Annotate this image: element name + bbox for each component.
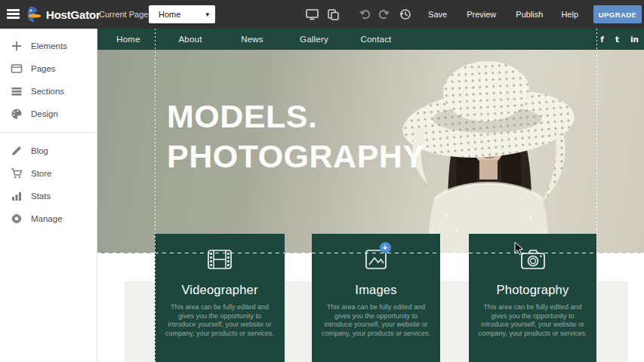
sidebar-item-sections[interactable]: Sections: [0, 80, 97, 103]
bar-chart-icon: [11, 190, 23, 202]
sidebar-item-pages[interactable]: Pages: [0, 57, 97, 80]
cart-icon: [11, 167, 23, 179]
help-button[interactable]: Help: [561, 10, 578, 19]
topbar: HostGator Current Page: Home ▾ Save: [0, 0, 644, 29]
nav-link-about[interactable]: About: [159, 35, 221, 44]
page-icon: [11, 63, 23, 75]
sidebar-item-design[interactable]: Design: [0, 103, 97, 125]
gator-icon: [26, 5, 42, 23]
gear-icon: [11, 213, 23, 225]
hero-title[interactable]: MODELS. PHOTOGRAPHY: [167, 97, 425, 176]
card-title[interactable]: Videographer: [155, 283, 285, 297]
social-links: f t in: [600, 29, 639, 50]
card-body[interactable]: This area can be fully edited and gives …: [155, 303, 285, 338]
site-canvas: Home About News Gallery Contact f t in: [97, 29, 644, 362]
add-image-plus-icon[interactable]: +: [380, 242, 391, 253]
facebook-icon[interactable]: f: [600, 35, 604, 44]
site-nav: Home About News Gallery Contact f t in: [97, 29, 644, 50]
film-icon: [205, 245, 234, 274]
card-body[interactable]: This area can be fully edited and gives …: [312, 303, 440, 338]
redo-icon[interactable]: [378, 9, 390, 20]
preview-button[interactable]: Preview: [467, 10, 496, 19]
twitter-icon[interactable]: t: [615, 35, 619, 44]
sidebar-item-blog[interactable]: Blog: [0, 140, 97, 162]
card-title[interactable]: Images: [312, 283, 440, 297]
linkedin-icon[interactable]: in: [630, 35, 639, 44]
current-page-label: Current Page:: [99, 10, 150, 19]
card-title[interactable]: Photography: [469, 283, 596, 297]
card-body[interactable]: This area can be fully edited and gives …: [469, 303, 596, 338]
sidebar: Elements Pages Sections Design Blog Stor…: [0, 29, 97, 362]
palette-icon: [11, 108, 23, 120]
publish-button[interactable]: Publish: [516, 10, 543, 19]
topbar-actions: Save Preview Publish Help UPGRADE: [306, 0, 644, 29]
feature-card-videographer[interactable]: Videographer This area can be fully edit…: [155, 234, 285, 362]
nav-link-gallery[interactable]: Gallery: [283, 35, 345, 44]
hero-title-line2: PHOTOGRAPHY: [167, 137, 425, 176]
sidebar-item-store[interactable]: Store: [0, 162, 97, 185]
plus-icon: [11, 40, 23, 52]
builder-app: HostGator Current Page: Home ▾ Save: [0, 0, 644, 362]
nav-link-home[interactable]: Home: [97, 35, 159, 44]
chevron-down-icon: ▾: [205, 11, 215, 18]
camera-icon: [518, 245, 548, 274]
feature-card-photography[interactable]: Photography This area can be fully edite…: [469, 234, 596, 362]
brand-name: HostGator: [46, 8, 100, 21]
sidebar-divider: [0, 132, 97, 133]
page-dropdown[interactable]: Home ▾: [149, 5, 215, 23]
nav-link-news[interactable]: News: [221, 35, 283, 44]
sections-icon: [11, 85, 23, 97]
page-dropdown-value: Home: [149, 10, 205, 19]
nav-link-contact[interactable]: Contact: [345, 35, 407, 44]
hamburger-menu-icon[interactable]: [7, 9, 20, 20]
sidebar-item-elements[interactable]: Elements: [0, 35, 97, 57]
sidebar-item-stats[interactable]: Stats: [0, 185, 97, 207]
feature-card-images[interactable]: + Images This area can be fully edited a…: [312, 234, 440, 362]
hero-title-line1: MODELS.: [167, 97, 425, 137]
pencil-icon: [11, 145, 23, 157]
mobile-view-icon[interactable]: [328, 9, 339, 20]
sidebar-item-manage[interactable]: Manage: [0, 207, 97, 230]
hostgator-logo[interactable]: HostGator: [26, 5, 100, 23]
history-icon[interactable]: [399, 8, 411, 20]
hero-section[interactable]: MODELS. PHOTOGRAPHY: [97, 50, 644, 253]
desktop-view-icon[interactable]: [306, 9, 319, 20]
upgrade-button[interactable]: UPGRADE: [593, 5, 642, 23]
save-button[interactable]: Save: [428, 10, 447, 19]
undo-icon[interactable]: [359, 9, 371, 20]
